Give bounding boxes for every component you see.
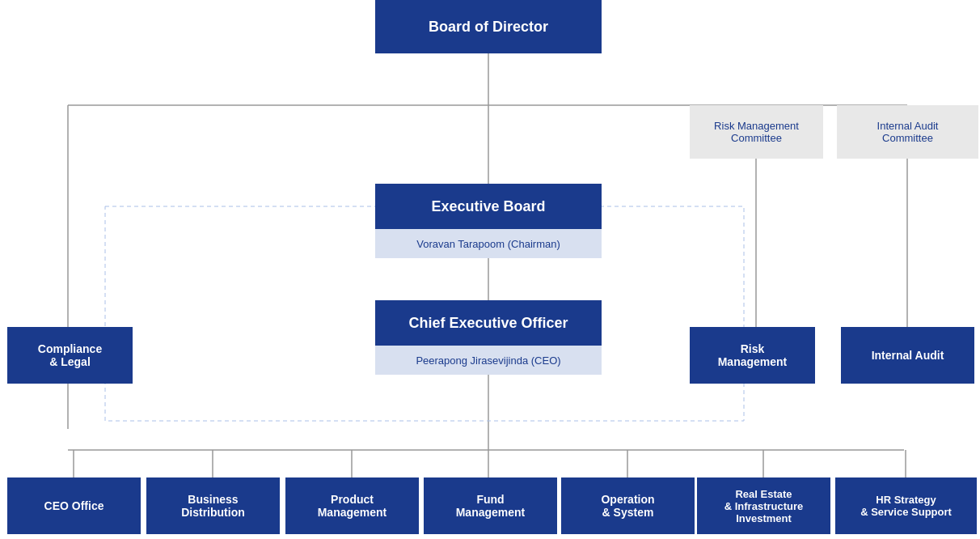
ceo-name-box: Peerapong Jirasevijinda (CEO): [375, 346, 602, 375]
chairman-name-label: Voravan Tarapoom (Chairman): [416, 238, 560, 250]
org-chart: Board of Director Risk ManagementCommitt…: [0, 0, 980, 539]
fund-management-box: FundManagement: [424, 477, 557, 534]
compliance-legal-label: Compliance& Legal: [38, 342, 102, 368]
board-of-director-box: Board of Director: [375, 0, 602, 53]
business-distribution-box: BusinessDistribution: [146, 477, 280, 534]
internal-audit-committee-box: Internal AuditCommittee: [837, 105, 978, 159]
real-estate-box: Real Estate& InfrastructureInvestment: [697, 477, 830, 534]
connectors: [0, 0, 980, 539]
ceo-office-label: CEO Office: [44, 499, 104, 512]
executive-board-label: Executive Board: [431, 198, 545, 215]
product-management-box: ProductManagement: [285, 477, 419, 534]
risk-management-label: RiskManagement: [718, 342, 788, 368]
internal-audit-committee-label: Internal AuditCommittee: [877, 120, 939, 144]
risk-management-committee-box: Risk ManagementCommittee: [690, 105, 823, 159]
real-estate-label: Real Estate& InfrastructureInvestment: [724, 488, 804, 524]
ceo-office-box: CEO Office: [7, 477, 141, 534]
risk-management-box: RiskManagement: [690, 327, 815, 384]
hr-strategy-box: HR Strategy& Service Support: [835, 477, 977, 534]
ceo-label: Chief Executive Officer: [408, 315, 568, 332]
fund-management-label: FundManagement: [456, 493, 526, 519]
operation-system-box: Operation& System: [561, 477, 695, 534]
executive-board-box: Executive Board: [375, 184, 602, 229]
operation-system-label: Operation& System: [601, 493, 654, 519]
compliance-legal-box: Compliance& Legal: [7, 327, 133, 384]
internal-audit-box: Internal Audit: [841, 327, 974, 384]
business-distribution-label: BusinessDistribution: [181, 493, 245, 519]
board-of-director-label: Board of Director: [429, 19, 548, 36]
ceo-name-label: Peerapong Jirasevijinda (CEO): [416, 354, 560, 367]
chairman-name-box: Voravan Tarapoom (Chairman): [375, 229, 602, 258]
risk-management-committee-label: Risk ManagementCommittee: [714, 120, 799, 144]
ceo-box: Chief Executive Officer: [375, 300, 602, 346]
hr-strategy-label: HR Strategy& Service Support: [860, 494, 952, 518]
internal-audit-label: Internal Audit: [872, 349, 944, 362]
product-management-label: ProductManagement: [318, 493, 387, 519]
